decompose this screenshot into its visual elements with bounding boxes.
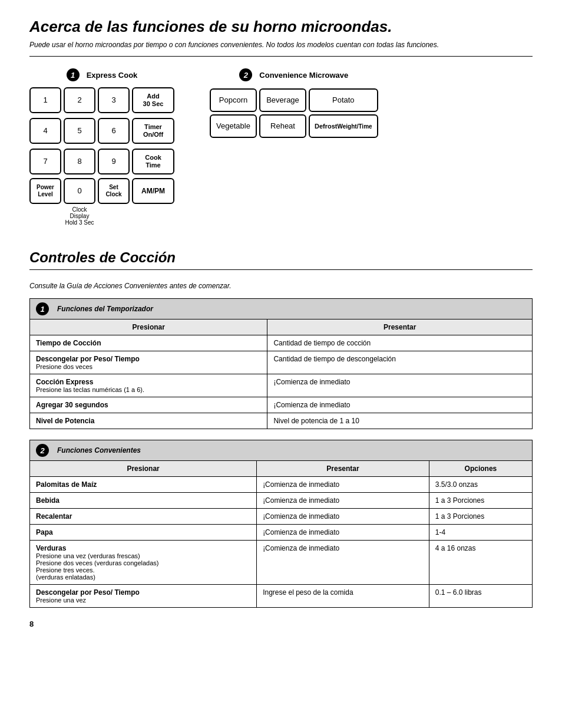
table-row: Palomitas de Maíz <box>30 477 257 493</box>
section2-title: Controles de Cocción <box>29 249 533 266</box>
table-row-present: Ingrese el peso de la comida <box>257 585 429 608</box>
table2-col2-header: Presentar <box>257 461 429 477</box>
table-row-present: ¡Comienza de inmediato <box>267 397 533 413</box>
table-row-present: Cantidad de tiempo de descongelación <box>267 351 533 374</box>
table-row: Tiempo de Cocción <box>30 335 267 351</box>
express-cook-panel: 1 Express Cook 1 2 3 Add30 Sec 4 5 6 Tim… <box>29 68 174 226</box>
key-5[interactable]: 5 <box>64 118 95 144</box>
table-row: VerdurasPresione una vez (verduras fresc… <box>30 541 257 585</box>
key-8[interactable]: 8 <box>64 149 95 174</box>
btn-vegetable[interactable]: Vegetable <box>210 114 257 138</box>
table-row-options: 1 a 3 Porciones <box>429 509 532 525</box>
express-cook-badge: 1 <box>67 68 80 81</box>
table-row: Papa <box>30 525 257 541</box>
key-add30sec[interactable]: Add30 Sec <box>132 87 174 113</box>
key-0[interactable]: 0 <box>64 178 95 204</box>
table-row: Recalentar <box>30 509 257 525</box>
table1-badge: 1 <box>36 302 49 315</box>
table-row: Descongelar por Peso/ TiempoPresione dos… <box>30 351 267 374</box>
key-ampm[interactable]: AM/PM <box>132 178 174 204</box>
table1-header: 1 Funciones del Temporizador <box>30 299 533 319</box>
table2-header: 2 Funciones Convenientes <box>30 440 533 461</box>
table-temporizador: 1 Funciones del Temporizador Presionar P… <box>29 298 533 429</box>
table-row-present: ¡Comienza de inmediato <box>257 509 429 525</box>
key-9[interactable]: 9 <box>98 149 130 174</box>
key-power-level[interactable]: PowerLevel <box>29 178 61 204</box>
key-7[interactable]: 7 <box>29 149 61 174</box>
table-row: Cocción ExpressPresione las teclas numér… <box>30 374 267 397</box>
table-row: Descongelar por Peso/ TiempoPresione una… <box>30 585 257 608</box>
btn-potato[interactable]: Potato <box>309 88 378 112</box>
btn-defrost[interactable]: DefrostWeight/Time <box>309 114 378 138</box>
table1-col2-header: Presentar <box>267 319 533 335</box>
convenience-grid: Popcorn Beverage Potato Vegetable Reheat… <box>210 88 378 138</box>
convenience-panel: 2 Convenience Microwave Popcorn Beverage… <box>210 68 378 138</box>
table-row: Bebida <box>30 493 257 509</box>
table-row-options: 1 a 3 Porciones <box>429 493 532 509</box>
table-row-options: 1-4 <box>429 525 532 541</box>
clock-display-note: Clock Display Hold 3 Sec <box>64 206 95 226</box>
convenience-badge: 2 <box>239 68 252 81</box>
key-3[interactable]: 3 <box>98 87 130 113</box>
table-row-options: 4 a 16 onzas <box>429 541 532 585</box>
table-row-present: ¡Comienza de inmediato <box>257 525 429 541</box>
table-row-present: ¡Comienza de inmediato <box>257 477 429 493</box>
table-row-options: 0.1 – 6.0 libras <box>429 585 532 608</box>
key-timer-onoff[interactable]: TimerOn/Off <box>132 118 174 144</box>
table2-badge: 2 <box>36 444 49 457</box>
section2-subtitle: Consulte la Guía de Acciones Conveniente… <box>29 282 533 290</box>
key-6[interactable]: 6 <box>98 118 130 144</box>
btn-beverage[interactable]: Beverage <box>259 88 306 112</box>
table-row: Nivel de Potencia <box>30 413 267 429</box>
table-row-present: Cantidad de tiempo de cocción <box>267 335 533 351</box>
table-row-present: ¡Comienza de inmediato <box>257 493 429 509</box>
table1-col1-header: Presionar <box>30 319 267 335</box>
table-row-present: ¡Comienza de inmediato <box>257 541 429 585</box>
key-4[interactable]: 4 <box>29 118 61 144</box>
express-cook-title: Express Cook <box>87 71 138 80</box>
table-row-present: ¡Comienza de inmediato <box>267 374 533 397</box>
table2-col1-header: Presionar <box>30 461 257 477</box>
key-2[interactable]: 2 <box>64 87 95 113</box>
key-cook-time[interactable]: CookTime <box>132 149 174 174</box>
key-1[interactable]: 1 <box>29 87 61 113</box>
table2-col3-header: Opciones <box>429 461 532 477</box>
table-row-options: 3.5/3.0 onzas <box>429 477 532 493</box>
page-title: Acerca de las funciones de su horno micr… <box>29 18 533 36</box>
table-convenientes: 2 Funciones Convenientes Presionar Prese… <box>29 440 533 608</box>
title-divider <box>29 56 533 57</box>
convenience-title: Convenience Microwave <box>259 71 348 80</box>
key-set-clock[interactable]: SetClock <box>98 178 130 204</box>
page-subtitle: Puede usar el horno microondas por tiemp… <box>29 41 533 49</box>
diagram-section: 1 Express Cook 1 2 3 Add30 Sec 4 5 6 Tim… <box>29 68 533 226</box>
page-number: 8 <box>29 620 533 628</box>
table-row-present: Nivel de potencia de 1 a 10 <box>267 413 533 429</box>
btn-popcorn[interactable]: Popcorn <box>210 88 257 112</box>
btn-reheat[interactable]: Reheat <box>259 114 306 138</box>
table-row: Agregar 30 segundos <box>30 397 267 413</box>
section2-divider <box>29 269 533 270</box>
